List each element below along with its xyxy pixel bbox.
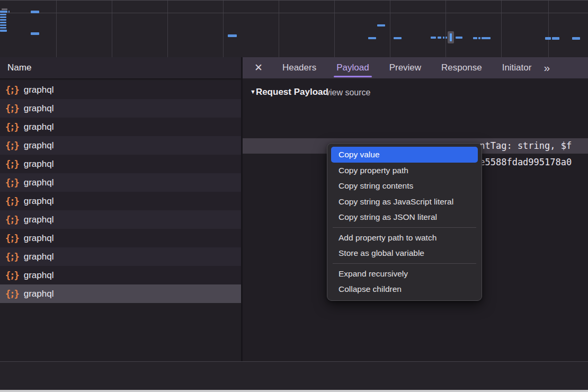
waterfall-bar [394, 37, 402, 39]
tab-preview[interactable]: Preview [379, 57, 431, 78]
json-braces-icon: {;} [5, 85, 19, 95]
property-value-right: untTag: string, $f [474, 138, 572, 154]
request-row[interactable]: {;}graphql [0, 229, 241, 247]
waterfall-bar [368, 37, 376, 39]
page-edge [0, 390, 588, 392]
timeline-gridline [279, 1, 279, 58]
request-row[interactable]: {;}graphql [0, 284, 241, 303]
tab-response[interactable]: Response [431, 57, 492, 78]
collapse-triangle-icon[interactable]: ▼ [250, 88, 256, 95]
menu-item-copy-value[interactable]: Copy value [331, 147, 478, 163]
request-row[interactable]: {;}graphql [0, 136, 241, 155]
request-name: graphql [24, 233, 54, 244]
request-name: graphql [24, 122, 54, 132]
more-tabs-icon[interactable]: » [544, 61, 549, 74]
menu-item-copy-property-path[interactable]: Copy property path [331, 163, 478, 179]
summary-footer [0, 362, 588, 390]
timeline-gridline [112, 1, 112, 58]
view-source-link[interactable]: view source [326, 88, 370, 97]
json-braces-icon: {;} [5, 196, 19, 207]
tab-initiator[interactable]: Initiator [492, 57, 542, 78]
name-column-header[interactable]: Name [0, 57, 241, 79]
request-row[interactable]: {;}graphql [0, 99, 241, 118]
request-row[interactable]: {;}graphql [0, 266, 241, 284]
json-braces-icon: {;} [5, 103, 19, 114]
waterfall-bar [0, 16, 6, 18]
request-row[interactable]: {;}graphql [0, 81, 241, 99]
menu-item-expand-recursively[interactable]: Expand recursively [331, 266, 478, 282]
payload-root-row[interactable]: ▼ {operationName: "ipFlowTimeseries", va… [243, 106, 588, 121]
waterfall-bar [431, 37, 436, 39]
request-name: graphql [24, 85, 54, 95]
requests-pane: Name {;}graphql{;}graphql{;}graphql{;}gr… [0, 57, 241, 362]
waterfall-bar [0, 30, 7, 32]
menu-item-copy-string-as-javascript-literal[interactable]: Copy string as JavaScript literal [331, 194, 478, 210]
request-name: graphql [24, 159, 54, 170]
context-menu: Copy valueCopy property pathCopy string … [327, 143, 482, 301]
operation-name-row[interactable]: operationName: "ipFlowTimeseries" [243, 123, 588, 138]
json-braces-icon: {;} [5, 177, 19, 188]
waterfall-bar [443, 37, 444, 39]
menu-item-store-as-global-variable[interactable]: Store as global variable [331, 245, 478, 261]
waterfall-bar [545, 37, 551, 40]
json-braces-icon: {;} [5, 140, 19, 151]
request-row[interactable]: {;}graphql [0, 192, 241, 210]
waterfall-bar [8, 11, 10, 13]
request-name: graphql [24, 215, 54, 225]
request-name: graphql [24, 177, 54, 188]
timeline-gridline [501, 1, 502, 58]
waterfall-bar [31, 32, 39, 35]
request-name: graphql [24, 103, 54, 114]
tab-payload[interactable]: Payload [326, 57, 379, 78]
timeline-gridline [548, 1, 549, 58]
request-name: graphql [24, 196, 54, 207]
json-braces-icon: {;} [5, 233, 19, 244]
request-row[interactable]: {;}graphql [0, 173, 241, 192]
tab-headers[interactable]: Headers [272, 57, 326, 78]
waterfall-bar [0, 19, 6, 21]
timeline-gridline [167, 1, 168, 58]
property-value-right: ee5588fdad995178a0 [474, 155, 572, 170]
timeline-hover-tick [450, 33, 452, 41]
waterfall-bar [456, 37, 462, 39]
waterfall-bar [552, 37, 559, 40]
json-braces-icon: {;} [5, 159, 19, 170]
request-name: graphql [24, 252, 54, 262]
waterfall-bar [0, 11, 7, 13]
menu-separator [333, 227, 476, 228]
waterfall-bar [478, 37, 480, 39]
json-braces-icon: {;} [5, 252, 19, 262]
inspector-tabs: HeadersPayloadPreviewResponseInitiator [272, 57, 541, 78]
waterfall-bar [572, 37, 580, 40]
timeline-gridline [56, 1, 57, 58]
waterfall-bar [0, 22, 6, 23]
menu-item-collapse-children[interactable]: Collapse children [331, 281, 478, 297]
menu-item-copy-string-as-json-literal[interactable]: Copy string as JSON literal [331, 209, 478, 225]
waterfall-bar [31, 11, 39, 13]
json-braces-icon: {;} [5, 215, 19, 225]
request-name: graphql [24, 289, 54, 299]
waterfall-bar-gray [2, 8, 7, 10]
request-row[interactable]: {;}graphql [0, 155, 241, 173]
request-payload-section-header[interactable]: ▼Request Payload [250, 87, 328, 97]
menu-item-copy-string-contents[interactable]: Copy string contents [331, 178, 478, 194]
menu-separator [333, 263, 476, 264]
request-row[interactable]: {;}graphql [0, 247, 241, 266]
request-row[interactable]: {;}graphql [0, 118, 241, 136]
waterfall-bar [473, 37, 477, 39]
json-braces-icon: {;} [5, 122, 19, 132]
waterfall-bar [377, 24, 385, 26]
timeline-hairline [0, 13, 588, 13]
timeline-gridline [390, 1, 390, 58]
waterfall-bar [482, 37, 491, 39]
waterfall-bar [0, 24, 6, 26]
devtools-window: Name {;}graphql{;}graphql{;}graphql{;}gr… [0, 0, 588, 392]
menu-item-add-property-path-to-watch[interactable]: Add property path to watch [331, 230, 478, 246]
network-overview-timeline[interactable] [0, 0, 588, 57]
request-row[interactable]: {;}graphql [0, 210, 241, 229]
close-icon[interactable]: ✕ [254, 57, 263, 78]
timeline-gridline [334, 1, 335, 58]
waterfall-bar [438, 37, 441, 39]
waterfall-bar [0, 27, 6, 29]
section-title: Request Payload [256, 87, 328, 97]
